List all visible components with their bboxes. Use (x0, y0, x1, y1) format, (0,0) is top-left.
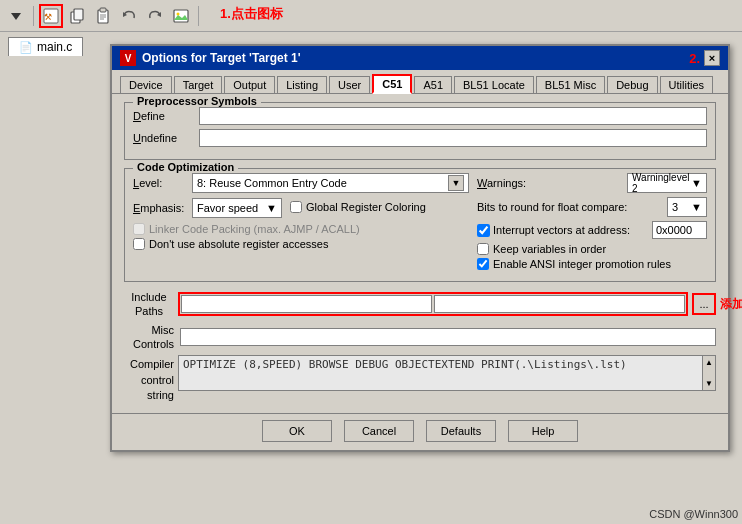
enable-ansi-label: Enable ANSI integer promotion rules (493, 258, 671, 270)
keep-variables-checkbox[interactable] (477, 243, 489, 255)
close-button[interactable]: × (704, 50, 720, 66)
scroll-up[interactable]: ▲ (703, 358, 715, 367)
target-options-icon[interactable]: ⚒ (39, 4, 63, 28)
interrupt-row: Interrupt vectors at address: (477, 221, 707, 239)
warnings-label: Warnings: (477, 177, 623, 189)
warnings-select[interactable]: Warninglevel 2 ▼ (627, 173, 707, 193)
tab-bl51misc[interactable]: BL51 Misc (536, 76, 605, 93)
cancel-button[interactable]: Cancel (344, 420, 414, 442)
dropdown-icon[interactable] (4, 4, 28, 28)
ok-button[interactable]: OK (262, 420, 332, 442)
svg-rect-12 (174, 10, 188, 22)
tab-utilities[interactable]: Utilities (660, 76, 713, 93)
file-tab[interactable]: 📄 main.c (8, 37, 83, 56)
svg-rect-6 (100, 8, 106, 12)
global-register-label: Global Register Coloring (306, 201, 426, 213)
paste-icon[interactable] (91, 4, 115, 28)
toolbar: ⚒ (0, 0, 742, 32)
level-select[interactable]: 8: Reuse Common Entry Code ▼ (192, 173, 469, 193)
separator2 (198, 6, 199, 26)
include-paths-highlight (178, 292, 688, 316)
bits-label: Bits to round for float compare: (477, 201, 663, 213)
tab-device[interactable]: Device (120, 76, 172, 93)
code-optimization-group: Code Optimization Level: 8: Reuse Common… (124, 168, 716, 282)
help-button[interactable]: Help (508, 420, 578, 442)
two-column-layout: Level: 8: Reuse Common Entry Code ▼ Emph… (133, 173, 707, 273)
svg-rect-4 (74, 9, 83, 20)
emphasis-arrow[interactable]: ▼ (266, 202, 277, 214)
linker-code-checkbox (133, 223, 145, 235)
bits-arrow[interactable]: ▼ (691, 201, 702, 213)
emphasis-label: Emphasis: (133, 202, 188, 214)
undefine-input[interactable] (199, 129, 707, 147)
undefine-label: Undefine (133, 132, 193, 144)
tab-a51[interactable]: A51 (414, 76, 452, 93)
level-dropdown-arrow[interactable]: ▼ (448, 175, 464, 191)
keep-variables-row: Keep variables in order (477, 243, 707, 255)
browse-button[interactable]: ... (692, 293, 716, 315)
compiler-control-section: Compilercontrolstring OPTIMIZE (8,SPEED)… (124, 355, 716, 403)
define-row: Define (133, 107, 707, 125)
linker-code-row: Linker Code Packing (max. AJMP / ACALL) (133, 223, 469, 235)
tab-c51[interactable]: C51 (372, 74, 412, 94)
compiler-control-textarea: OPTIMIZE (8,SPEED) BROWSE DEBUG OBJECTEX… (178, 355, 716, 391)
emphasis-select[interactable]: Favor speed ▼ (192, 198, 282, 218)
include-paths-input2[interactable] (434, 295, 685, 313)
bits-select[interactable]: 3 ▼ (667, 197, 707, 217)
add-path-label: 添加路径 (720, 296, 742, 313)
no-absolute-checkbox[interactable] (133, 238, 145, 250)
dialog-title: Options for Target 'Target 1' (142, 51, 301, 65)
right-column: Warnings: Warninglevel 2 ▼ Bits to round… (477, 173, 707, 273)
define-label: Define (133, 110, 193, 122)
include-paths-label: IncludePaths (124, 290, 174, 319)
scroll-down[interactable]: ▼ (703, 379, 715, 388)
tab-listing[interactable]: Listing (277, 76, 327, 93)
tab-output[interactable]: Output (224, 76, 275, 93)
dialog-body: Preprocessor Symbols Define Undefine Cod… (112, 94, 728, 413)
dialog-tab-strip: Device Target Output Listing User C51 A5… (112, 70, 728, 94)
options-dialog: V Options for Target 'Target 1' 2. × Dev… (110, 44, 730, 452)
tab-debug[interactable]: Debug (607, 76, 657, 93)
warnings-value: Warninglevel 2 (632, 172, 691, 194)
step1-label: 1.点击图标 (220, 5, 283, 23)
emphasis-row: Emphasis: Favor speed ▼ Global Register … (133, 198, 469, 218)
interrupt-value-input[interactable] (652, 221, 707, 239)
preprocessor-group: Preprocessor Symbols Define Undefine (124, 102, 716, 160)
keep-variables-label: Keep variables in order (493, 243, 606, 255)
global-register-row[interactable]: Global Register Coloring (290, 201, 426, 213)
compiler-control-label: Compilercontrolstring (124, 355, 174, 403)
image-icon[interactable] (169, 4, 193, 28)
svg-text:⚒: ⚒ (44, 12, 52, 22)
copy-icon[interactable] (65, 4, 89, 28)
misc-controls-section: MiscControls (124, 323, 716, 352)
file-tab-label: main.c (37, 40, 72, 54)
defaults-button[interactable]: Defaults (426, 420, 496, 442)
tab-bl51locate[interactable]: BL51 Locate (454, 76, 534, 93)
level-label: Level: (133, 177, 188, 189)
compiler-scrollbar: ▲ ▼ (702, 355, 716, 391)
global-register-checkbox[interactable] (290, 201, 302, 213)
redo-icon[interactable] (143, 4, 167, 28)
level-value: 8: Reuse Common Entry Code (197, 177, 347, 189)
watermark: CSDN @Winn300 (649, 508, 738, 520)
enable-ansi-checkbox[interactable] (477, 258, 489, 270)
bits-row: Bits to round for float compare: 3 ▼ (477, 197, 707, 217)
undo-icon[interactable] (117, 4, 141, 28)
tab-target[interactable]: Target (174, 76, 223, 93)
include-paths-input[interactable] (181, 295, 432, 313)
misc-controls-input[interactable] (180, 328, 716, 346)
interrupt-label: Interrupt vectors at address: (493, 224, 648, 236)
bits-value: 3 (672, 201, 678, 213)
level-row: Level: 8: Reuse Common Entry Code ▼ (133, 173, 469, 193)
include-paths-section: IncludePaths ... 添加路径 (124, 290, 716, 319)
tab-user[interactable]: User (329, 76, 370, 93)
misc-controls-label: MiscControls (124, 323, 174, 352)
no-absolute-row: Don't use absolute register accesses (133, 238, 469, 250)
emphasis-value: Favor speed (197, 202, 258, 214)
dialog-icon: V (120, 50, 136, 66)
warnings-arrow[interactable]: ▼ (691, 177, 702, 189)
define-input[interactable] (199, 107, 707, 125)
file-tab-icon: 📄 (19, 41, 33, 54)
interrupt-checkbox[interactable] (477, 224, 490, 237)
linker-code-label: Linker Code Packing (max. AJMP / ACALL) (149, 223, 360, 235)
